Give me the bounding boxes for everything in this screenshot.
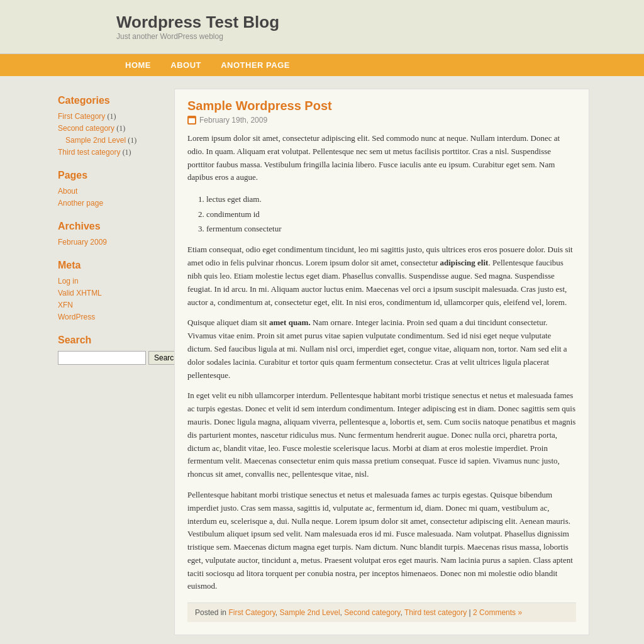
meta-wordpress[interactable]: WordPress: [58, 313, 95, 321]
page-another[interactable]: Another page: [58, 199, 103, 208]
page-about[interactable]: About: [58, 187, 77, 196]
post-paragraph-2: Etiam consequat, odio eget condimentum t…: [187, 243, 576, 309]
archive-feb-2009[interactable]: February 2009: [58, 238, 107, 247]
footer-category-third[interactable]: Third test category: [404, 608, 467, 617]
sidebar-search: Search Search: [58, 335, 165, 365]
list-item: fermentum consectetur: [206, 221, 576, 236]
list-item: condimentum id: [206, 207, 576, 221]
nav-home[interactable]: HOME: [116, 54, 160, 76]
category-first[interactable]: First Category: [58, 112, 105, 121]
archives-heading: Archives: [58, 221, 165, 232]
search-heading: Search: [58, 335, 165, 346]
footer-category-second[interactable]: Second category: [344, 608, 400, 617]
search-input[interactable]: [58, 351, 146, 365]
categories-heading: Categories: [58, 95, 165, 106]
search-form: Search: [58, 351, 165, 365]
meta-login[interactable]: Log in: [58, 277, 79, 286]
post-body: Lorem ipsum dolor sit amet, consectetur …: [187, 132, 576, 593]
list-item: Log in: [58, 276, 165, 286]
category-sample-2nd[interactable]: Sample 2nd Level: [65, 136, 126, 145]
meta-xfn[interactable]: XFN: [58, 301, 73, 309]
sidebar: Categories First Category (1) Second cat…: [55, 89, 174, 635]
calendar-icon: [187, 116, 196, 125]
main-nav: HOME ABOUT ANOTHER PAGE: [0, 54, 644, 76]
post-footer: Posted in First Category, Sample 2nd Lev…: [187, 602, 576, 622]
category-third[interactable]: Third test category: [58, 148, 120, 157]
list-item: Sample 2nd Level (1): [58, 135, 165, 145]
list-item: XFN: [58, 300, 165, 310]
list-item: First Category (1): [58, 111, 165, 121]
category-second[interactable]: Second category: [58, 124, 114, 133]
post-paragraph-1: Lorem ipsum dolor sit amet, consectetur …: [187, 132, 576, 184]
post-date: February 19th, 2009: [187, 116, 576, 125]
post-title: Sample Wordpress Post: [187, 99, 576, 113]
post-paragraph-3: Quisque aliquet diam sit amet quam. Nam …: [187, 316, 576, 382]
sidebar-archives: Archives February 2009: [58, 221, 165, 247]
footer-category-first[interactable]: First Category: [228, 608, 275, 617]
footer-category-sample[interactable]: Sample 2nd Level: [280, 608, 340, 617]
meta-heading: Meta: [58, 260, 165, 271]
post-list: lectus eget diam. condimentum id ferment…: [206, 192, 576, 236]
post: Sample Wordpress Post February 19th, 200…: [187, 99, 576, 622]
nav-about[interactable]: ABOUT: [162, 54, 210, 76]
list-item: Valid XHTML: [58, 288, 165, 298]
post-paragraph-4: In eget velit eu nibh ullamcorper interd…: [187, 389, 576, 481]
site-title: Wordpress Test Blog: [116, 13, 644, 32]
sidebar-meta: Meta Log in Valid XHTML XFN WordPress: [58, 260, 165, 322]
list-item: February 2009: [58, 237, 165, 247]
footer-comments[interactable]: 2 Comments »: [473, 608, 522, 617]
list-item: About: [58, 186, 165, 196]
pages-heading: Pages: [58, 170, 165, 181]
site-subtitle: Just another WordPress weblog: [116, 32, 644, 41]
list-item: lectus eget diam.: [206, 192, 576, 206]
list-item: WordPress: [58, 312, 165, 322]
list-item: Third test category (1): [58, 147, 165, 157]
nav-another-page[interactable]: ANOTHER PAGE: [212, 54, 299, 76]
main-content: Sample Wordpress Post February 19th, 200…: [174, 89, 589, 635]
meta-xhtml[interactable]: Valid XHTML: [58, 289, 102, 297]
list-item: Another page: [58, 198, 165, 208]
post-paragraph-5: Pellentesque habitant morbi tristique se…: [187, 489, 576, 593]
sidebar-categories: Categories First Category (1) Second cat…: [58, 95, 165, 157]
list-item: Second category (1): [58, 123, 165, 133]
sidebar-pages: Pages About Another page: [58, 170, 165, 208]
